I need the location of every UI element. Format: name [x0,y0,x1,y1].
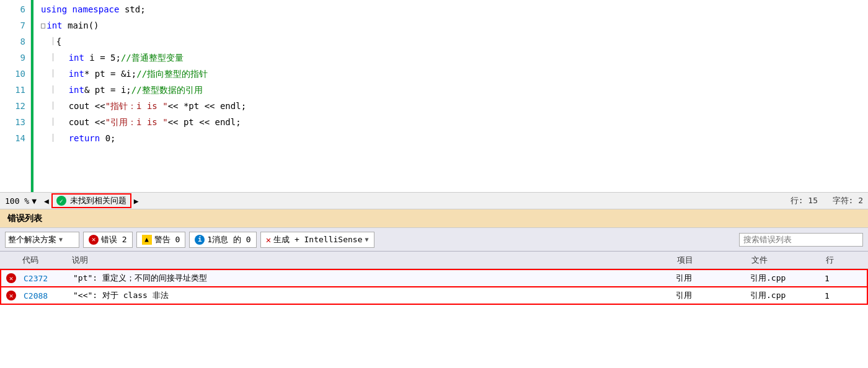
code-line-11: │ int& pt = i;//整型数据的引用 [41,82,868,98]
row1-code-col: C2372 [24,274,73,283]
header-file-col: 文件 [751,255,826,266]
cout-12: cout << [69,98,105,114]
green-bar [31,0,33,192]
line-num-12: 12 [0,98,25,114]
brace-guide-8: │ [51,33,55,50]
cout-13: cout << [69,114,105,130]
ref-11: & pt = i; [84,82,131,98]
search-error-input[interactable] [739,233,863,247]
errors-label: 错误 2 [101,234,127,245]
row2-code-col: C2088 [24,291,73,300]
messages-label: 1消息 的 0 [207,234,250,245]
kw-return: return [69,130,100,146]
brace-guide-13: │ [51,114,55,130]
error-toolbar: 整个解决方案 ▼ ✕ 错误 2 ▲ 警告 0 i 1消息 的 0 ✕ 生成 + … [0,228,868,252]
row1-desc-col: "pt": 重定义；不同的间接寻址类型 [73,273,676,284]
filter-chevron[interactable]: ▼ [365,236,368,243]
error-table: 代码 说明 项目 文件 行 ✕ C2372 "pt": 重定义；不同的间接寻址类… [0,252,868,305]
code-editor: 6 7 8 9 10 11 12 13 14 using namespace s… [0,0,868,192]
row1-project-col: 引用 [676,273,750,284]
kw-int-9: int [69,50,84,66]
brace-guide-10: │ [51,66,55,82]
row1-line-col: 1 [825,274,862,283]
cm-9: //普通整型变量 [121,50,184,66]
code-content[interactable]: using namespace std; □int main() │ { │ i… [35,0,868,192]
code-gutter [31,0,35,192]
var-i: i = 5; [89,50,121,66]
messages-button[interactable]: i 1消息 的 0 [189,232,256,248]
std-text: std; [125,1,146,17]
error-icon: ✕ [89,235,99,245]
table-row[interactable]: ✕ C2372 "pt": 重定义；不同的间接寻址类型 引用 引用.cpp 1 [0,269,868,287]
row2-desc-col: "<<": 对于 class 非法 [73,290,676,301]
warning-icon: ▲ [142,235,152,245]
brace-guide-11: │ [51,82,55,98]
kw-namespace: namespace [73,1,120,17]
table-header: 代码 说明 项目 文件 行 [0,252,868,269]
kw-int-10: int [69,66,84,82]
zoom-level: 100 % [5,196,29,206]
filter-button[interactable]: ✕ 生成 + IntelliSense ▼ [260,232,374,248]
str-12: "指针：i is " [105,98,168,114]
scope-select[interactable]: 整个解决方案 ▼ [5,232,79,248]
header-code-col: 代码 [22,255,72,266]
status-position: 行: 15 字符: 2 [790,195,863,206]
paren-7: () [89,17,99,33]
line-numbers: 6 7 8 9 10 11 12 13 14 [0,0,31,192]
row2-error-icon: ✕ [6,291,16,300]
row2-line-col: 1 [825,291,862,300]
code-line-9: │ int i = 5;//普通整型变量 [41,50,868,66]
table-row[interactable]: ✕ C2088 "<<": 对于 class 非法 引用 引用.cpp 1 [0,286,868,305]
row1-icon-col: ✕ [6,273,24,284]
kw-int-11: int [69,82,84,98]
kw-int-7: int [46,17,62,33]
scroll-right-icon[interactable]: ▶ [134,196,139,206]
zoom-area[interactable]: 100 % ▼ [5,196,37,206]
brace-guide-12: │ [51,98,55,114]
row1-code-link[interactable]: C2372 [24,274,48,283]
code-line-10: │ int* pt = &i;//指向整型的指针 [41,66,868,82]
open-brace: { [56,33,61,50]
row2-code-link[interactable]: C2088 [24,291,48,300]
code-line-7: □int main() [41,17,868,33]
check-icon: ✓ [56,196,66,206]
op-12: << *pt << endl; [168,98,246,114]
errors-button[interactable]: ✕ 错误 2 [83,232,133,248]
scroll-left-icon[interactable]: ◀ [44,196,49,206]
op-13: << pt << endl; [168,114,241,130]
cm-11: //整型数据的引用 [131,82,203,98]
line-num-6: 6 [0,1,25,17]
line-num-11: 11 [0,82,25,98]
cm-10: //指向整型的指针 [136,66,208,82]
no-issues-text: 未找到相关问题 [70,195,126,206]
error-panel-title: 错误列表 [0,209,868,228]
status-message: ✓ 未找到相关问题 [51,193,131,208]
info-icon: i [195,235,205,245]
line-num-7: 7 [0,17,25,33]
col-info: 字符: 2 [833,196,863,205]
scope-chevron[interactable]: ▼ [59,236,63,243]
scope-label: 整个解决方案 [8,234,56,245]
code-line-8: │ { [41,33,868,50]
header-project-col: 项目 [677,255,751,266]
str-13: "引用：i is " [105,114,168,130]
row1-error-icon: ✕ [6,273,16,283]
filter-label: 生成 + IntelliSense [273,234,362,245]
warnings-button[interactable]: ▲ 警告 0 [136,232,186,248]
zoom-arrow[interactable]: ▼ [32,196,37,206]
brace-guide-14: │ [51,130,55,146]
status-bar: 100 % ▼ ◀ ✓ 未找到相关问题 ▶ 行: 15 字符: 2 [0,192,868,209]
warnings-label: 警告 0 [154,234,180,245]
row2-file-col: 引用.cpp [750,290,825,301]
filter-icon: ✕ [266,235,271,245]
code-line-13: │ cout << "引用：i is " << pt << endl; [41,114,868,130]
code-line-6: using namespace std; [41,1,868,17]
error-list-label: 错误列表 [7,213,42,224]
code-line-12: │ cout << "指针：i is " << *pt << endl; [41,98,868,114]
row1-file-col: 引用.cpp [750,273,825,284]
brace-guide-9: │ [51,50,55,66]
line-num-14: 14 [0,130,25,146]
line-info: 行: 15 [790,196,818,205]
fn-main: main [68,17,89,33]
code-line-14: │ return 0; [41,130,868,146]
